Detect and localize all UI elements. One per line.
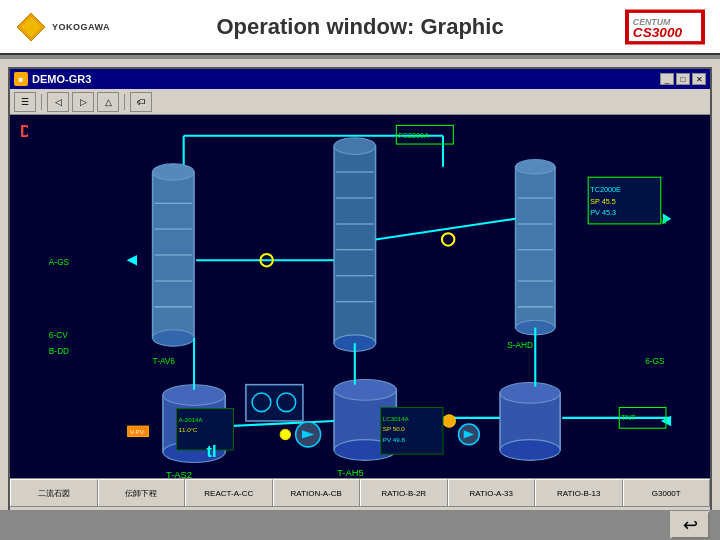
svg-text:6-GS: 6-GS [645,356,665,366]
window-titlebar: ■ DEMO-GR3 _ □ ✕ [10,69,710,89]
svg-text:LC3014A: LC3014A [383,415,410,422]
svg-text:FC2209A: FC2209A [398,131,429,140]
svg-text:T-AS2: T-AS2 [166,470,192,478]
tab-item-8[interactable]: G3000T [623,479,711,506]
svg-text:PV 45.3: PV 45.3 [590,208,616,217]
svg-point-11 [153,330,194,347]
svg-rect-27 [516,167,555,328]
yokogawa-diamond-icon [15,11,47,43]
title-buttons: _ □ ✕ [660,73,706,85]
svg-point-46 [500,440,560,461]
svg-text:V-PV: V-PV [130,428,145,435]
toolbar-sep2 [124,94,125,110]
tag-button[interactable]: 🏷 [130,92,152,112]
svg-rect-71 [246,385,303,421]
menu-button[interactable]: ☰ [14,92,36,112]
svg-text:S-AHD: S-AHD [507,340,533,350]
svg-point-45 [500,383,560,404]
tabs-bar: 二流石図 伝師下程 REACT-A-CC RATION-A-CB RATIO-B… [10,478,710,506]
svg-text:T-AH5: T-AH5 [337,468,363,478]
up-toolbar-button[interactable]: △ [97,92,119,112]
svg-text:T-AV6: T-AV6 [153,356,176,366]
tab-item-4[interactable]: RATION-A-CB [273,479,361,506]
tab-item-6[interactable]: RATIO-A-33 [448,479,536,506]
maximize-button[interactable]: □ [676,73,690,85]
svg-text:B-DD: B-DD [49,346,69,356]
centum-logo: CENTUM CS3000 [625,9,705,44]
tab-item-1[interactable]: 二流石図 [10,479,98,506]
svg-text:6-CV: 6-CV [49,330,68,340]
svg-text:A-GS: A-GS [49,257,70,267]
yokogawa-name: YOKOGAWA [52,22,110,32]
svg-text:tI: tI [207,442,217,461]
back-button[interactable]: ↩ [670,511,710,539]
yokogawa-logo: YOKOGAWA [15,11,110,43]
svg-point-28 [516,160,555,175]
window-title: DEMO-GR3 [32,73,656,85]
svg-point-41 [334,379,396,400]
svg-text:CS3000: CS3000 [633,25,683,40]
centum-logo-box: CENTUM CS3000 [625,9,705,44]
svg-text:11.0°C: 11.0°C [179,426,199,433]
tab-item-2[interactable]: 伝師下程 [98,479,186,506]
svg-text:A-2014A: A-2014A [179,416,204,423]
close-button[interactable]: ✕ [692,73,706,85]
tab-item-3[interactable]: REACT-A-CC [185,479,273,506]
svg-point-56 [443,415,455,427]
tab-item-5[interactable]: RATIO-B-2R [360,479,448,506]
svg-point-57 [280,429,290,439]
svg-point-19 [334,138,375,155]
graphic-display: DEMO-GR3 T-AV6 [10,115,710,478]
main-content: ■ DEMO-GR3 _ □ ✕ ☰ ◁ ▷ △ 🏷 DEMO-GR3 [0,59,720,534]
svg-point-10 [153,164,194,181]
forward-toolbar-button[interactable]: ▷ [72,92,94,112]
page-title: Operation window: Graphic [216,14,503,40]
operation-window: ■ DEMO-GR3 _ □ ✕ ☰ ◁ ▷ △ 🏷 DEMO-GR3 [8,67,712,526]
back-toolbar-button[interactable]: ◁ [47,92,69,112]
header-bar: YOKOGAWA Operation window: Graphic CENTU… [0,0,720,55]
svg-rect-18 [334,146,375,343]
footer-bar: ↩ [0,510,720,540]
toolbar-sep1 [41,94,42,110]
svg-text:SP 45.5: SP 45.5 [590,197,616,206]
window-icon: ■ [14,72,28,86]
window-toolbar: ☰ ◁ ▷ △ 🏷 [10,89,710,115]
svg-text:SP 50.0: SP 50.0 [383,425,406,432]
svg-text:TNT: TNT [621,413,636,422]
minimize-button[interactable]: _ [660,73,674,85]
tab-item-7[interactable]: RATIO-B-13 [535,479,623,506]
svg-text:TC2000E: TC2000E [590,185,621,194]
svg-text:PV 49.8: PV 49.8 [383,436,406,443]
process-flow-svg: T-AV6 S-AH [10,115,710,478]
